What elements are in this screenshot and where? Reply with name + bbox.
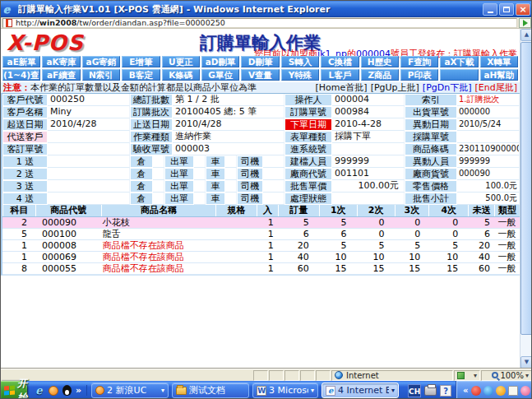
ship-order-input[interactable] <box>194 168 206 180</box>
button-check-qty[interactable]: V查量 <box>241 69 279 81</box>
tray-collapse-icon[interactable]: « <box>463 386 468 395</box>
field-modify-date[interactable]: 2010/5/24 <box>457 118 520 131</box>
button-index[interactable]: N索引 <box>82 69 120 81</box>
button-special[interactable]: Y特殊 <box>281 69 319 81</box>
field-order-no[interactable]: 000984 <box>332 106 405 118</box>
tray-icon-notepad[interactable] <box>508 386 518 396</box>
send-input[interactable] <box>48 180 130 193</box>
field-modifier[interactable]: 999999 <box>457 155 520 168</box>
button-query[interactable]: F查詢 <box>400 56 438 67</box>
field-creator[interactable]: 999999 <box>332 155 405 168</box>
taskbar-button-sina-uc[interactable]: 2 新浪UC ▾ <box>91 383 169 398</box>
quicklaunch-uc-icon[interactable] <box>48 385 58 396</box>
scrollbar-thumb[interactable] <box>520 42 532 335</box>
table-row-selected[interactable]: 2 000090 小花枝 1 5 5 0 0 0 5 一般 <box>2 217 520 229</box>
quicklaunch-qq-icon[interactable] <box>62 385 72 396</box>
button-delete-order[interactable]: aD刪單 <box>201 56 239 67</box>
button-product[interactable]: Z商品 <box>361 69 399 81</box>
send-input[interactable] <box>48 168 130 180</box>
close-button[interactable]: × <box>516 3 530 16</box>
ship-order-input[interactable] <box>194 193 206 205</box>
driver-input[interactable] <box>263 193 285 205</box>
taskbar-button-office-group[interactable]: W 3 Microsoft Off... ▾ <box>252 383 318 398</box>
warehouse-input[interactable] <box>153 155 164 168</box>
button-transfer-in[interactable]: S轉入 <box>281 56 319 67</box>
vehicle-input[interactable] <box>225 193 237 205</box>
button-customer-define[interactable]: B客定 <box>122 69 160 81</box>
field-retail-price[interactable]: 100.0元 <box>457 180 520 193</box>
button-new-order[interactable]: aE新單 <box>2 56 40 67</box>
tray-icon-uc[interactable] <box>496 386 506 396</box>
field-system-no[interactable] <box>332 143 405 155</box>
send-input[interactable] <box>48 193 130 205</box>
language-indicator[interactable]: CH <box>408 384 421 397</box>
field-cust-order-no[interactable] <box>48 143 130 155</box>
scroll-up-icon[interactable]: ▲ <box>520 29 532 41</box>
field-vendor-code[interactable]: 001101 <box>332 168 405 180</box>
vehicle-input[interactable] <box>225 168 237 180</box>
field-customer-name[interactable]: Miny <box>48 106 130 118</box>
button-switch-file[interactable]: C換檔 <box>321 56 359 67</box>
button-consign[interactable]: aG寄銷 <box>82 56 120 67</box>
field-order-batch[interactable]: 20100405 總: 5 筆 <box>173 106 285 118</box>
window-titlebar[interactable]: e 訂購單輸入作業V1.01 [X-POS 雲通網] - Windows Int… <box>1 1 532 17</box>
button-unit[interactable]: G單位 <box>201 69 239 81</box>
tray-icon-messenger[interactable] <box>483 386 493 396</box>
quicklaunch-ie-icon[interactable]: e <box>34 385 44 396</box>
field-operator[interactable]: 000004 <box>332 94 405 106</box>
field-start-date[interactable]: 2010/4/28 <box>48 118 130 131</box>
button-blank[interactable] <box>440 69 478 81</box>
button-delete-line[interactable]: D刪筆 <box>241 56 279 67</box>
warehouse-input[interactable] <box>153 168 164 180</box>
warehouse-input[interactable] <box>153 180 164 193</box>
field-customer-code[interactable]: 000250 <box>48 94 130 106</box>
table-row[interactable]: 1 000008 商品檔不存在該商品 1 20 5 5 5 5 20 一般 <box>2 240 520 252</box>
tray-icon-qq[interactable] <box>471 386 481 396</box>
chevron-more-icon[interactable]: » <box>76 385 81 396</box>
zoom-control[interactable]: 100% ▾ <box>481 370 532 381</box>
taskbar-button-test-docs[interactable]: 测试文档 <box>172 383 249 398</box>
taskbar-button-ie-group[interactable]: e 4 Internet Expl... ▾ <box>322 383 399 398</box>
warehouse-input[interactable] <box>153 193 164 205</box>
button-query-order[interactable]: (1~4)查單 <box>2 69 40 81</box>
table-row[interactable]: 8 000055 商品檔不存在該商品 1 60 15 15 15 15 60 一… <box>2 263 520 275</box>
table-row[interactable]: 5 000100 龍舌 1 6 6 0 0 0 6 一般 <box>2 229 520 240</box>
tray-icon-penguin[interactable] <box>520 386 530 396</box>
button-edit[interactable]: U更正 <box>162 56 200 67</box>
minimize-button[interactable] <box>483 3 497 16</box>
ship-order-input[interactable] <box>194 155 206 168</box>
button-store[interactable]: aK寄庫 <box>42 56 80 67</box>
maximize-button[interactable] <box>499 3 514 16</box>
field-total-batches[interactable]: 第 1 / 2 批 <box>173 94 285 106</box>
field-purchase-no[interactable] <box>457 131 520 143</box>
vehicle-input[interactable] <box>225 155 237 168</box>
button-continue-query[interactable]: aF續查 <box>42 69 80 81</box>
protected-mode-pane[interactable]: ▾ <box>454 370 480 381</box>
button-help[interactable]: aH幫助 <box>480 69 518 81</box>
help-icon[interactable]: ? <box>440 385 451 397</box>
button-barcode[interactable]: K條碼 <box>162 69 200 81</box>
start-button[interactable]: 开始 <box>1 381 27 399</box>
send-input[interactable] <box>48 155 130 168</box>
button-transfer-order[interactable]: X轉單 <box>480 56 518 67</box>
button-customer[interactable]: L客戶 <box>321 69 359 81</box>
scroll-down-icon[interactable]: ▼ <box>520 356 532 369</box>
field-end-date[interactable]: 2010/4/28 <box>173 118 285 131</box>
address-input[interactable]: http://win2008/tw/order/diandan.asp?file… <box>2 18 517 28</box>
field-place-date[interactable]: 2010-4-28 <box>332 118 405 131</box>
field-vendor-item[interactable]: 000090 <box>457 168 520 180</box>
ship-order-input[interactable] <box>194 180 206 193</box>
vertical-scrollbar[interactable]: ▲ ▼ <box>520 29 532 369</box>
driver-input[interactable] <box>263 155 285 168</box>
driver-input[interactable] <box>263 180 285 193</box>
button-download[interactable]: aX下載 <box>440 56 478 67</box>
vehicle-input[interactable] <box>225 180 237 193</box>
button-add-line[interactable]: E增筆 <box>122 56 160 67</box>
field-form-type[interactable]: 採購下單 <box>332 131 405 143</box>
go-button[interactable] <box>519 18 531 28</box>
field-receipt-no[interactable]: 000003 <box>173 143 285 155</box>
button-print[interactable]: P印表 <box>400 69 438 81</box>
button-history[interactable]: H歷史 <box>361 56 399 67</box>
field-proxy-customer[interactable] <box>48 131 130 143</box>
field-wholesale-subtotal[interactable]: 500.0元 <box>457 193 520 205</box>
